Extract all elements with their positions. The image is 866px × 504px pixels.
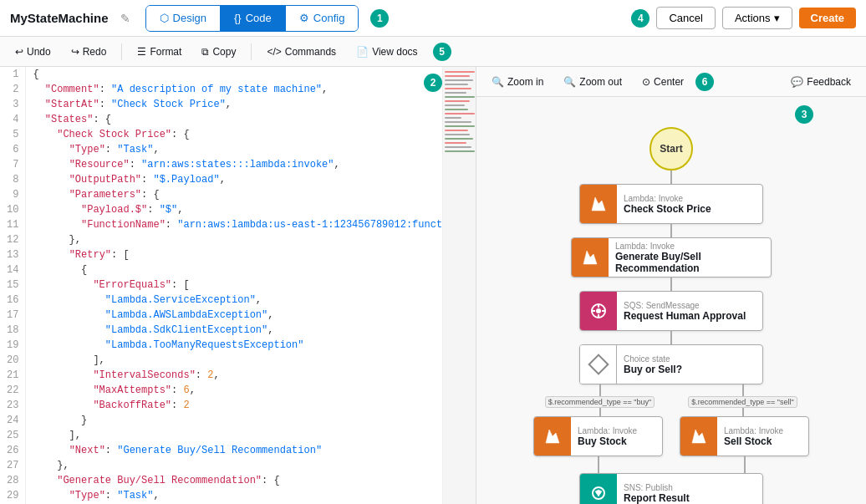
format-icon: ☰	[137, 46, 146, 58]
arrow-start	[670, 171, 672, 184]
node-buy-stock[interactable]: Lambda: Invoke Buy Stock	[533, 416, 663, 456]
svg-rect-11	[445, 117, 461, 119]
svg-rect-3	[445, 84, 468, 85]
svg-rect-7	[445, 100, 470, 102]
code-editor[interactable]: 1{ 2 "Comment": "A description of my sta…	[0, 67, 476, 504]
svg-rect-8	[445, 104, 465, 106]
start-node: Start	[650, 127, 693, 171]
svg-rect-4	[445, 88, 471, 89]
svg-rect-5	[445, 92, 466, 94]
diagram-area: 3 Start Lambda: Invoke Chec	[476, 97, 866, 504]
badge-4: 4	[631, 9, 650, 28]
lambda-icon-gen	[572, 237, 609, 277]
cancel-button[interactable]: Cancel	[656, 7, 715, 29]
actions-button[interactable]: Actions ▾	[722, 7, 792, 29]
lambda-icon-check	[580, 184, 617, 224]
tab-code[interactable]: {} Code	[221, 6, 286, 31]
svg-rect-16	[445, 138, 473, 140]
svg-rect-12	[445, 121, 471, 123]
separator-2	[251, 43, 252, 60]
visual-panel: 🔍 Zoom in 🔍 Zoom out ⊙ Center 6 💬 Feedba…	[476, 67, 866, 504]
edit-icon[interactable]: ✎	[120, 12, 130, 25]
copy-icon: ⧉	[201, 46, 209, 58]
center-icon: ⊙	[642, 76, 650, 88]
node-report-result[interactable]: SNS: Publish Report Result	[579, 473, 763, 504]
svg-marker-21	[583, 251, 597, 264]
svg-marker-20	[592, 197, 605, 211]
arrow-3	[670, 331, 672, 344]
state-machine-diagram: 3 Start Lambda: Invoke Chec	[504, 105, 838, 504]
node-gen-recommendation[interactable]: Lambda: Invoke Generate Buy/Sell Recomme…	[571, 237, 772, 277]
tab-group: ⬡ Design {} Code ⚙ Config	[145, 5, 359, 32]
node-check-stock[interactable]: Lambda: Invoke Check Stock Price	[579, 184, 763, 224]
buy-branch-label: $.recommended_type == "buy"	[545, 396, 655, 408]
svg-rect-9	[445, 109, 468, 110]
badge-6: 6	[695, 73, 714, 91]
svg-rect-18	[445, 146, 471, 148]
zoom-in-button[interactable]: 🔍 Zoom in	[483, 73, 552, 91]
sell-branch: Lambda: Invoke Sell Stock	[680, 416, 809, 473]
tab-design[interactable]: ⬡ Design	[146, 6, 221, 31]
node-sell-stock[interactable]: Lambda: Invoke Sell Stock	[680, 416, 809, 456]
code-table: 1{ 2 "Comment": "A description of my sta…	[0, 67, 476, 504]
zoom-in-icon: 🔍	[492, 76, 504, 88]
lambda-icon-buy	[534, 416, 571, 456]
sqs-icon	[580, 291, 617, 331]
config-icon: ⚙	[299, 12, 309, 24]
code-panel: 2 1{ 2 "Comment": "A description of my s…	[0, 67, 476, 504]
redo-button[interactable]: ↪ Redo	[63, 43, 115, 61]
design-icon: ⬡	[160, 12, 169, 24]
choice-icon	[580, 344, 617, 384]
zoom-out-button[interactable]: 🔍 Zoom out	[555, 73, 630, 91]
svg-marker-29	[546, 430, 559, 443]
svg-rect-1	[445, 75, 470, 77]
badge-1: 1	[370, 9, 389, 28]
badge-3: 3	[795, 105, 813, 124]
svg-rect-13	[445, 125, 475, 127]
branch-split: $.recommended_type == "buy" $.recommende…	[529, 384, 813, 416]
buy-branch: Lambda: Invoke Buy Stock	[533, 416, 663, 473]
code-icon: {}	[234, 12, 242, 24]
badge-2: 2	[424, 74, 442, 92]
svg-rect-10	[445, 113, 475, 115]
header: MyStateMachine ✎ ⬡ Design {} Code ⚙ Conf…	[0, 0, 866, 37]
view-docs-button[interactable]: 📄 View docs	[348, 43, 425, 61]
commands-icon: </>	[267, 46, 281, 58]
svg-point-23	[596, 308, 601, 313]
redo-icon: ↪	[71, 46, 79, 58]
arrow-2	[670, 277, 672, 291]
svg-rect-0	[445, 71, 475, 73]
commands-button[interactable]: </> Commands	[258, 43, 344, 61]
svg-rect-15	[445, 134, 470, 135]
sns-icon	[580, 473, 617, 504]
svg-marker-30	[692, 430, 706, 443]
tab-config[interactable]: ⚙ Config	[286, 6, 359, 31]
svg-rect-28	[588, 355, 608, 374]
zoom-out-icon: 🔍	[563, 76, 576, 88]
node-choice[interactable]: Choice state Buy or Sell?	[579, 344, 763, 384]
center-button[interactable]: ⊙ Center	[634, 73, 692, 91]
format-button[interactable]: ☰ Format	[129, 43, 190, 61]
separator-1	[121, 43, 122, 60]
create-button[interactable]: Create	[799, 8, 856, 28]
undo-button[interactable]: ↩ Undo	[7, 43, 59, 61]
code-minimap	[442, 67, 476, 504]
docs-icon: 📄	[356, 46, 369, 58]
arrow-1	[670, 224, 672, 237]
svg-rect-14	[445, 130, 468, 131]
lambda-icon-sell	[680, 416, 717, 456]
badge-5: 5	[433, 43, 451, 61]
app-title: MyStateMachine	[10, 11, 109, 25]
visual-toolbar: 🔍 Zoom in 🔍 Zoom out ⊙ Center 6 💬 Feedba…	[476, 67, 866, 97]
minimap-svg	[443, 67, 476, 485]
chevron-down-icon: ▾	[774, 12, 780, 24]
node-request-approval[interactable]: SQS: SendMessage Request Human Approval	[579, 291, 763, 331]
feedback-button[interactable]: 💬 Feedback	[782, 73, 859, 91]
feedback-icon: 💬	[791, 76, 803, 88]
svg-rect-19	[445, 150, 475, 152]
parallel-branches: Lambda: Invoke Buy Stock	[533, 416, 809, 473]
sell-branch-label: $.recommended_type == "sell"	[688, 396, 797, 408]
copy-button[interactable]: ⧉ Copy	[193, 43, 244, 61]
svg-rect-2	[445, 79, 473, 81]
header-actions: 4 Cancel Actions ▾ Create	[631, 7, 856, 29]
